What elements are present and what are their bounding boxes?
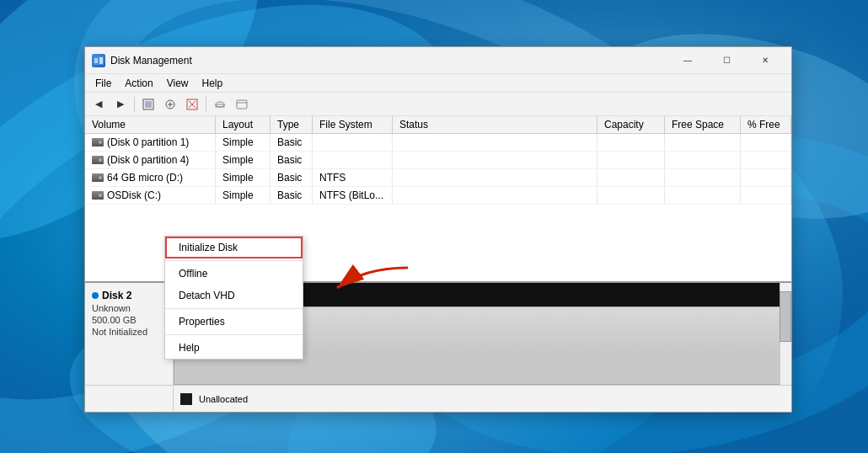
cell-pctfree-0 <box>741 134 791 151</box>
cell-capacity-0 <box>597 134 665 151</box>
table-row[interactable]: (Disk 0 partition 1) Simple Basic <box>85 134 791 152</box>
col-header-pctfree[interactable]: % Free <box>741 116 791 133</box>
cell-layout-1: Simple <box>216 152 271 168</box>
forward-button[interactable]: ▶ <box>110 95 131 114</box>
cell-pctfree-1 <box>741 152 791 168</box>
col-header-status[interactable]: Status <box>393 116 597 133</box>
disk-name: Disk 2 <box>92 290 166 301</box>
disk-status: Unknown <box>92 303 166 313</box>
toolbar-btn-6[interactable] <box>210 95 230 114</box>
disk-status-dot <box>92 292 99 299</box>
toolbar-separator-1 <box>134 97 135 112</box>
ctx-properties[interactable]: Properties <box>165 311 303 333</box>
toolbar-btn-7[interactable] <box>232 95 252 114</box>
table-header: Volume Layout Type File System Status Ca… <box>85 116 791 134</box>
context-menu: Initialize Disk Offline Detach VHD Prope… <box>164 236 303 360</box>
disk-icon-2 <box>92 173 104 182</box>
cell-type-3: Basic <box>271 187 313 204</box>
cell-status-2 <box>393 169 597 186</box>
cell-layout-3: Simple <box>216 187 271 204</box>
minimize-button[interactable]: — <box>668 47 707 74</box>
disk-init-status: Not Initialized <box>92 327 166 337</box>
menu-view[interactable]: View <box>160 76 196 91</box>
table-row[interactable]: OSDisk (C:) Simple Basic NTFS (BitLo... <box>85 187 791 205</box>
ctx-detach-vhd[interactable]: Detach VHD <box>165 285 303 306</box>
cell-volume-2: 64 GB micro (D:) <box>85 169 216 186</box>
disk-label: Disk 2 Unknown 500.00 GB Not Initialized <box>85 283 174 385</box>
cell-status-0 <box>393 134 597 151</box>
cell-pctfree-3 <box>741 187 791 204</box>
cell-capacity-2 <box>597 169 665 186</box>
ctx-help[interactable]: Help <box>165 337 303 359</box>
unalloc-icon <box>180 393 192 405</box>
table-row[interactable]: (Disk 0 partition 4) Simple Basic <box>85 152 791 169</box>
disk-icon-1 <box>92 156 104 164</box>
cell-type-1: Basic <box>271 152 313 168</box>
table-row[interactable]: 64 GB micro (D:) Simple Basic NTFS <box>85 169 791 187</box>
menu-bar: File Action View Help <box>85 74 791 93</box>
col-header-freespace[interactable]: Free Space <box>665 116 741 133</box>
svg-rect-23 <box>237 100 247 109</box>
col-header-layout[interactable]: Layout <box>216 116 271 133</box>
col-header-type[interactable]: Type <box>271 116 313 133</box>
menu-help[interactable]: Help <box>196 76 230 91</box>
svg-rect-12 <box>99 57 103 64</box>
ctx-initialize-disk[interactable]: Initialize Disk <box>165 237 303 258</box>
menu-file[interactable]: File <box>88 76 118 91</box>
cell-capacity-3 <box>597 187 665 204</box>
ctx-offline[interactable]: Offline <box>165 263 303 285</box>
title-bar: Disk Management — ☐ ✕ <box>85 47 791 74</box>
cell-status-3 <box>393 187 597 204</box>
svg-rect-11 <box>94 58 98 63</box>
disk-size: 500.00 GB <box>92 315 166 325</box>
unalloc-label-area <box>85 386 174 412</box>
window-title: Disk Management <box>110 55 668 67</box>
cell-freespace-1 <box>665 152 741 168</box>
toolbar-btn-4[interactable] <box>160 95 180 114</box>
cell-freespace-3 <box>665 187 741 204</box>
toolbar-separator-2 <box>206 97 206 112</box>
cell-layout-2: Simple <box>216 169 271 186</box>
cell-volume-3: OSDisk (C:) <box>85 187 216 204</box>
cell-fs-2: NTFS <box>313 169 393 186</box>
ctx-separator-3 <box>165 334 303 335</box>
disk-icon-0 <box>92 138 104 147</box>
window-icon <box>92 54 105 67</box>
col-header-volume[interactable]: Volume <box>85 116 216 133</box>
cell-capacity-1 <box>597 152 665 168</box>
toolbar-btn-5[interactable] <box>182 95 202 114</box>
scroll-track[interactable] <box>780 283 791 385</box>
svg-rect-22 <box>216 104 224 107</box>
cell-pctfree-2 <box>741 169 791 186</box>
cell-layout-0: Simple <box>216 134 271 151</box>
cell-freespace-2 <box>665 169 741 186</box>
window-controls: — ☐ ✕ <box>668 47 785 74</box>
cell-status-1 <box>393 152 597 168</box>
toolbar: ◀ ▶ <box>85 93 791 116</box>
disk-icon-3 <box>92 191 104 200</box>
close-button[interactable]: ✕ <box>746 47 785 74</box>
cell-fs-1 <box>313 152 393 168</box>
cell-freespace-0 <box>665 134 741 151</box>
unalloc-text: Unallocated <box>199 394 248 404</box>
ctx-separator-1 <box>165 260 303 261</box>
cell-fs-3: NTFS (BitLo... <box>313 187 393 204</box>
unallocated-row: Unallocated <box>85 385 791 412</box>
scroll-thumb[interactable] <box>780 291 791 342</box>
cell-type-0: Basic <box>271 134 313 151</box>
cell-volume-0: (Disk 0 partition 1) <box>85 134 216 151</box>
col-header-capacity[interactable]: Capacity <box>597 116 665 133</box>
back-button[interactable]: ◀ <box>88 95 109 114</box>
ctx-separator-2 <box>165 308 303 309</box>
menu-action[interactable]: Action <box>118 76 159 91</box>
svg-rect-14 <box>145 101 152 108</box>
cell-type-2: Basic <box>271 169 313 186</box>
cell-fs-0 <box>313 134 393 151</box>
col-header-filesystem[interactable]: File System <box>313 116 393 133</box>
cell-volume-1: (Disk 0 partition 4) <box>85 152 216 168</box>
maximize-button[interactable]: ☐ <box>707 47 746 74</box>
toolbar-btn-3[interactable] <box>138 95 158 114</box>
unalloc-bar: Unallocated <box>174 386 791 412</box>
